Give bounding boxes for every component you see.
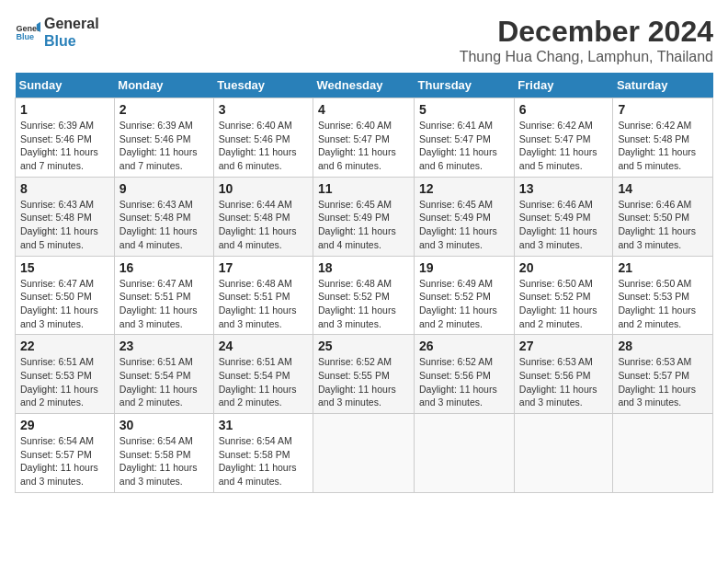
calendar-cell [514,414,613,493]
calendar-cell: 12Sunrise: 6:45 AMSunset: 5:49 PMDayligh… [415,177,515,256]
day-detail: Sunrise: 6:46 AMSunset: 5:50 PMDaylight:… [618,198,708,252]
title-area: December 2024 Thung Hua Chang, Lamphun, … [460,15,713,65]
calendar-cell: 7Sunrise: 6:42 AMSunset: 5:48 PMDaylight… [613,98,713,178]
day-number: 24 [219,339,308,353]
calendar-cell: 20Sunrise: 6:50 AMSunset: 5:52 PMDayligh… [514,256,613,335]
day-number: 6 [519,102,609,117]
weekday-header-sunday: Sunday [16,73,115,98]
day-detail: Sunrise: 6:51 AMSunset: 5:54 PMDaylight:… [119,355,209,409]
calendar-cell: 8Sunrise: 6:43 AMSunset: 5:48 PMDaylight… [16,177,115,256]
day-detail: Sunrise: 6:48 AMSunset: 5:52 PMDaylight:… [318,277,409,331]
calendar-cell: 5Sunrise: 6:41 AMSunset: 5:47 PMDaylight… [415,98,515,178]
day-detail: Sunrise: 6:45 AMSunset: 5:49 PMDaylight:… [419,198,509,252]
month-title: December 2024 [460,15,713,49]
calendar-cell: 4Sunrise: 6:40 AMSunset: 5:47 PMDaylight… [313,98,415,178]
calendar-cell: 11Sunrise: 6:45 AMSunset: 5:49 PMDayligh… [313,177,415,256]
calendar-week-row: 29Sunrise: 6:54 AMSunset: 5:57 PMDayligh… [16,414,713,493]
calendar-cell: 14Sunrise: 6:46 AMSunset: 5:50 PMDayligh… [613,177,713,256]
weekday-header-friday: Friday [514,73,613,98]
calendar-cell: 9Sunrise: 6:43 AMSunset: 5:48 PMDaylight… [114,177,213,256]
calendar-week-row: 22Sunrise: 6:51 AMSunset: 5:53 PMDayligh… [16,335,713,414]
calendar-cell: 30Sunrise: 6:54 AMSunset: 5:58 PMDayligh… [114,414,213,493]
calendar-cell [613,414,713,493]
location-title: Thung Hua Chang, Lamphun, Thailand [460,49,713,65]
day-detail: Sunrise: 6:46 AMSunset: 5:49 PMDaylight:… [519,198,609,252]
day-detail: Sunrise: 6:48 AMSunset: 5:51 PMDaylight:… [219,277,308,331]
weekday-header-row: SundayMondayTuesdayWednesdayThursdayFrid… [16,73,713,98]
day-detail: Sunrise: 6:51 AMSunset: 5:54 PMDaylight:… [219,355,308,409]
calendar-cell: 25Sunrise: 6:52 AMSunset: 5:55 PMDayligh… [313,335,415,414]
day-number: 26 [419,339,509,353]
day-number: 16 [119,260,209,275]
calendar-cell: 2Sunrise: 6:39 AMSunset: 5:46 PMDaylight… [114,98,213,178]
day-detail: Sunrise: 6:54 AMSunset: 5:57 PMDaylight:… [20,434,109,488]
day-number: 20 [519,260,609,275]
day-detail: Sunrise: 6:43 AMSunset: 5:48 PMDaylight:… [119,198,209,252]
day-number: 28 [618,339,708,353]
logo: General Blue General Blue General Blue [15,15,99,50]
day-number: 17 [219,260,308,275]
calendar-cell: 24Sunrise: 6:51 AMSunset: 5:54 PMDayligh… [213,335,313,414]
svg-text:Blue: Blue [16,33,34,42]
calendar-cell: 1Sunrise: 6:39 AMSunset: 5:46 PMDaylight… [16,98,115,178]
day-number: 3 [219,102,308,117]
calendar-week-row: 1Sunrise: 6:39 AMSunset: 5:46 PMDaylight… [16,98,713,178]
day-detail: Sunrise: 6:53 AMSunset: 5:56 PMDaylight:… [519,355,609,409]
day-number: 10 [219,181,308,196]
day-number: 14 [618,181,708,196]
day-detail: Sunrise: 6:39 AMSunset: 5:46 PMDaylight:… [119,119,209,173]
logo-icon: General Blue [15,19,40,45]
calendar-cell: 10Sunrise: 6:44 AMSunset: 5:48 PMDayligh… [213,177,313,256]
weekday-header-thursday: Thursday [415,73,515,98]
calendar-cell: 13Sunrise: 6:46 AMSunset: 5:49 PMDayligh… [514,177,613,256]
day-detail: Sunrise: 6:52 AMSunset: 5:56 PMDaylight:… [419,355,509,409]
calendar-cell: 22Sunrise: 6:51 AMSunset: 5:53 PMDayligh… [16,335,115,414]
day-number: 12 [419,181,509,196]
calendar-table: SundayMondayTuesdayWednesdayThursdayFrid… [15,73,713,493]
day-number: 25 [318,339,409,353]
day-detail: Sunrise: 6:44 AMSunset: 5:48 PMDaylight:… [219,198,308,252]
day-number: 11 [318,181,409,196]
day-detail: Sunrise: 6:40 AMSunset: 5:46 PMDaylight:… [219,119,308,173]
day-detail: Sunrise: 6:42 AMSunset: 5:48 PMDaylight:… [618,119,708,173]
calendar-week-row: 8Sunrise: 6:43 AMSunset: 5:48 PMDaylight… [16,177,713,256]
logo-blue: Blue [44,32,99,50]
day-detail: Sunrise: 6:50 AMSunset: 5:52 PMDaylight:… [519,277,609,331]
day-detail: Sunrise: 6:50 AMSunset: 5:53 PMDaylight:… [618,277,708,331]
logo-general: General [44,15,99,32]
day-detail: Sunrise: 6:47 AMSunset: 5:50 PMDaylight:… [20,277,109,331]
day-detail: Sunrise: 6:43 AMSunset: 5:48 PMDaylight:… [20,198,109,252]
day-detail: Sunrise: 6:53 AMSunset: 5:57 PMDaylight:… [618,355,708,409]
day-detail: Sunrise: 6:54 AMSunset: 5:58 PMDaylight:… [119,434,209,488]
weekday-header-saturday: Saturday [613,73,713,98]
day-number: 31 [219,418,308,432]
calendar-cell: 27Sunrise: 6:53 AMSunset: 5:56 PMDayligh… [514,335,613,414]
calendar-cell: 19Sunrise: 6:49 AMSunset: 5:52 PMDayligh… [415,256,515,335]
day-detail: Sunrise: 6:49 AMSunset: 5:52 PMDaylight:… [419,277,509,331]
day-detail: Sunrise: 6:42 AMSunset: 5:47 PMDaylight:… [519,119,609,173]
calendar-cell: 28Sunrise: 6:53 AMSunset: 5:57 PMDayligh… [613,335,713,414]
day-detail: Sunrise: 6:39 AMSunset: 5:46 PMDaylight:… [20,119,109,173]
day-number: 1 [20,102,109,117]
day-number: 19 [419,260,509,275]
day-number: 30 [119,418,209,432]
day-detail: Sunrise: 6:40 AMSunset: 5:47 PMDaylight:… [318,119,409,173]
calendar-cell: 18Sunrise: 6:48 AMSunset: 5:52 PMDayligh… [313,256,415,335]
day-number: 22 [20,339,109,353]
calendar-cell: 6Sunrise: 6:42 AMSunset: 5:47 PMDaylight… [514,98,613,178]
day-detail: Sunrise: 6:52 AMSunset: 5:55 PMDaylight:… [318,355,409,409]
calendar-cell: 29Sunrise: 6:54 AMSunset: 5:57 PMDayligh… [16,414,115,493]
calendar-cell: 26Sunrise: 6:52 AMSunset: 5:56 PMDayligh… [415,335,515,414]
day-detail: Sunrise: 6:45 AMSunset: 5:49 PMDaylight:… [318,198,409,252]
calendar-cell: 15Sunrise: 6:47 AMSunset: 5:50 PMDayligh… [16,256,115,335]
day-number: 9 [119,181,209,196]
day-number: 7 [618,102,708,117]
day-number: 18 [318,260,409,275]
day-number: 15 [20,260,109,275]
day-number: 23 [119,339,209,353]
calendar-cell [415,414,515,493]
day-number: 5 [419,102,509,117]
calendar-cell: 23Sunrise: 6:51 AMSunset: 5:54 PMDayligh… [114,335,213,414]
day-detail: Sunrise: 6:51 AMSunset: 5:53 PMDaylight:… [20,355,109,409]
day-number: 27 [519,339,609,353]
